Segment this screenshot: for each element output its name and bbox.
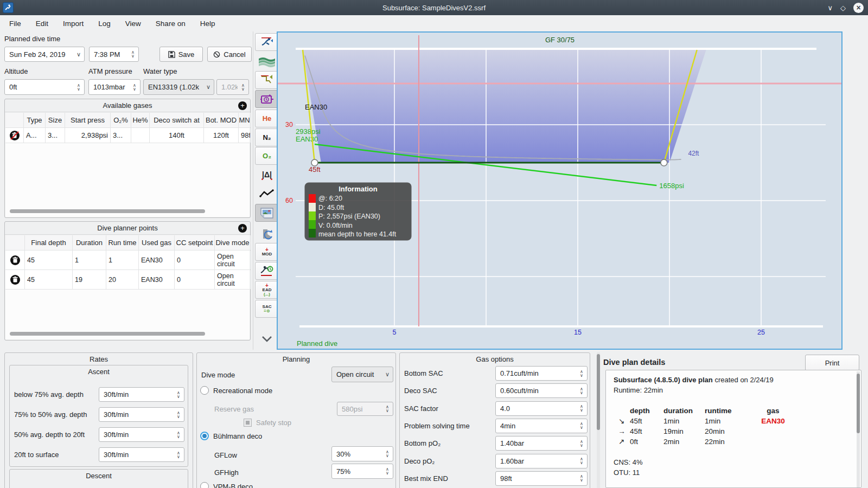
dive-mode-icon[interactable] [255, 33, 279, 51]
gas-option-spinner[interactable]: 0.71cuft/min∧∨ [495, 366, 588, 381]
plan-table-header: depthdurationruntimegas [614, 406, 853, 416]
notes-vscrollbar[interactable] [857, 371, 860, 487]
gas-option-spinner[interactable]: 1.60bar∧∨ [495, 454, 588, 468]
planner-point-row[interactable]: 451920EAN300Open circuit [5, 270, 250, 290]
gas-option-spinner[interactable]: 4.0∧∨ [495, 401, 588, 416]
menu-import[interactable]: Import [63, 20, 84, 28]
ceiling-toggle-icon[interactable] [255, 71, 279, 89]
svg-text:@: 6:20: @: 6:20 [318, 195, 342, 202]
svg-text:Planned dive: Planned dive [297, 339, 337, 348]
close-icon[interactable]: × [853, 3, 864, 13]
svg-text:GF 30/75: GF 30/75 [545, 36, 575, 44]
tissue-heatmap-toggle[interactable]: |Δ| [255, 165, 279, 183]
vpmb-radio[interactable] [200, 482, 209, 488]
delete-point-button[interactable] [5, 251, 25, 269]
delete-point-button[interactable] [5, 270, 25, 289]
descent-title: Descent [10, 470, 188, 481]
buhlmann-radio[interactable] [200, 432, 209, 440]
available-gases-panel: Available gases + TypeSizeStart pressO₂%… [4, 99, 251, 218]
profile-handle[interactable] [661, 159, 667, 166]
svg-text:EAN30: EAN30 [296, 135, 318, 143]
dive-time-spinner[interactable]: 7:38 PM∧∨ [89, 47, 139, 62]
window-titlebar[interactable]: Subsurface: SampleDivesV2.ssrf ∨ ◇ × [0, 0, 868, 15]
dive-mode-select[interactable]: Open circuit∨ [331, 367, 393, 382]
ead-toggle[interactable]: +EAD(...) [255, 281, 279, 299]
recreational-radio[interactable] [200, 386, 209, 395]
tank-bar-toggle[interactable] [255, 225, 279, 243]
scroll-down[interactable] [255, 330, 279, 348]
gflow-spinner[interactable]: 30%∧∨ [331, 446, 393, 461]
atm-pressure-spinner[interactable]: 1013mbar∧∨ [88, 79, 141, 95]
vpmb-label: VPM-B deco [213, 483, 253, 488]
chevron-down-icon: ∨ [73, 51, 84, 58]
ndl-toggle[interactable] [255, 262, 279, 280]
spinner-arrows[interactable]: ∧∨ [127, 50, 138, 58]
gfhigh-spinner[interactable]: 75%∧∨ [331, 464, 393, 479]
print-button[interactable]: Print [805, 355, 859, 371]
menu-edit[interactable]: Edit [36, 20, 48, 28]
water-type-label: Water type [143, 67, 177, 75]
pp-n2-toggle[interactable]: N₂ [255, 129, 279, 146]
options-vscrollbar[interactable] [597, 352, 600, 488]
altitude-spinner[interactable]: 0ft∧∨ [4, 79, 85, 95]
add-gas-button[interactable]: + [238, 101, 247, 110]
dive-profile-chart[interactable]: 42ft2938psiEAN301658psiEAN3045ft30605152… [277, 31, 843, 350]
svg-text:30: 30 [285, 121, 293, 129]
menu-help[interactable]: Help [200, 20, 215, 28]
svg-text:V: 0.0ft/min: V: 0.0ft/min [318, 222, 353, 229]
points-hscrollbar[interactable] [10, 332, 205, 336]
gfhigh-label: GFHigh [214, 468, 239, 477]
cancel-button[interactable]: Cancel [207, 47, 252, 62]
planned-dive-time-label: Planned dive time [4, 35, 60, 43]
salinity-icon[interactable] [255, 52, 279, 70]
gas-option-row: SAC factor 4.0∧∨ [404, 401, 588, 416]
svg-text:42ft: 42ft [688, 150, 699, 157]
pp-o2-toggle[interactable]: O₂ [255, 147, 279, 165]
plan-table-row: ↗ 0ft2min22min [614, 436, 853, 447]
water-type-select[interactable]: EN13319 (1.02k∨ [143, 79, 214, 95]
menu-log[interactable]: Log [98, 20, 111, 28]
rates-title: Rates [5, 353, 193, 365]
menu-file[interactable]: File [9, 20, 21, 28]
menu-view[interactable]: View [125, 20, 141, 28]
gas-option-spinner[interactable]: 98ft∧∨ [495, 471, 588, 486]
mod-toggle[interactable]: +MOD [255, 243, 279, 261]
subsurface-window: Subsurface: SampleDivesV2.ssrf ∨ ◇ × Fil… [0, 0, 868, 488]
planner-points-title: Dive planner points + [5, 222, 250, 235]
photos-toggle[interactable] [255, 204, 279, 222]
gas-option-spinner[interactable]: 4min∧∨ [495, 419, 588, 433]
save-button[interactable]: Save [159, 47, 203, 62]
heartrate-toggle[interactable] [255, 184, 279, 202]
tooltip-title: Information [339, 185, 378, 193]
setpoint-toggle-icon[interactable] [255, 90, 279, 108]
recreational-label: Recreational mode [213, 387, 272, 395]
maximize-icon[interactable]: ◇ [840, 4, 846, 12]
gas-option-row: Deco SAC 0.60cuft/min∧∨ [404, 383, 588, 398]
safety-stop-checkbox [244, 419, 252, 427]
dive-plan-notes[interactable]: Subsurface (4.8.5.0) dive plan created o… [605, 370, 861, 488]
pp-he-toggle[interactable]: He [255, 110, 279, 127]
ascent-rate-spinner[interactable]: 30ft/min∧∨ [99, 447, 184, 462]
segment-arrow-icon: ↗ [614, 436, 630, 447]
gas-option-row: Bottom SAC 0.71cuft/min∧∨ [404, 366, 588, 381]
ascent-title: Ascent [10, 365, 188, 377]
add-point-button[interactable]: + [238, 224, 247, 233]
gases-hscrollbar[interactable] [10, 209, 205, 213]
ascent-rate-row: below 75% avg. depth 30ft/min∧∨ [14, 387, 184, 402]
planner-point-row[interactable]: 4511EAN300Open circuit [5, 251, 250, 270]
sac-toggle[interactable]: SAC≡⊙ [255, 300, 279, 318]
gas-option-spinner[interactable]: 0.60cuft/min∧∨ [495, 383, 588, 398]
minimize-icon[interactable]: ∨ [827, 4, 833, 12]
buhlmann-label: Bühlmann deco [213, 432, 262, 440]
dive-date-select[interactable]: Sun Feb 24, 2019∨ [4, 47, 85, 62]
ascent-rate-spinner[interactable]: 30ft/min∧∨ [99, 427, 184, 442]
reserve-gas-spinner: 580psi∧∨ [337, 402, 393, 416]
atm-pressure-label: ATM pressure [88, 67, 132, 75]
gas-row[interactable]: A...3...2,938psi3...140ft120ft98f [5, 128, 250, 143]
menu-share-on[interactable]: Share on [156, 20, 186, 28]
gas-option-spinner[interactable]: 1.40bar∧∨ [495, 436, 588, 451]
ascent-rate-spinner[interactable]: 30ft/min∧∨ [99, 407, 184, 422]
divider [253, 31, 253, 350]
ascent-rate-spinner[interactable]: 30ft/min∧∨ [99, 387, 184, 402]
delete-gas-button[interactable] [5, 128, 24, 143]
